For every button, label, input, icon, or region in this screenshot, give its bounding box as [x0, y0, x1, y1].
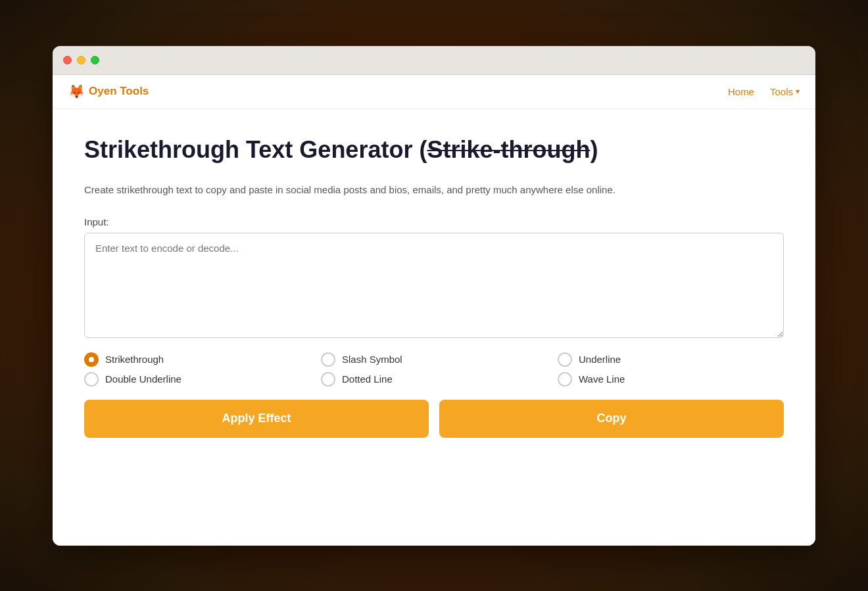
option-strikethrough[interactable]: Strikethrough: [84, 352, 310, 367]
apply-effect-button[interactable]: Apply Effect: [84, 400, 429, 438]
radio-underline[interactable]: [558, 352, 572, 367]
option-double-underline-label: Double Underline: [105, 373, 181, 385]
text-input[interactable]: [84, 233, 784, 338]
radio-double-underline[interactable]: [84, 372, 99, 387]
option-double-underline[interactable]: Double Underline: [84, 372, 310, 387]
option-slash-symbol[interactable]: Slash Symbol: [321, 352, 547, 367]
nav-links: Home Tools ▾: [728, 86, 800, 97]
title-close: ): [590, 136, 598, 163]
option-slash-symbol-label: Slash Symbol: [342, 354, 402, 365]
brand-icon: 🦊: [68, 83, 85, 99]
radio-slash-symbol[interactable]: [321, 352, 335, 367]
navbar: 🦊 Oyen Tools Home Tools ▾: [53, 75, 815, 109]
options-grid: Strikethrough Slash Symbol Underline Dou…: [84, 352, 784, 387]
option-underline[interactable]: Underline: [558, 352, 784, 367]
option-wave-line-label: Wave Line: [579, 373, 625, 385]
option-strikethrough-label: Strikethrough: [105, 354, 164, 365]
nav-tools[interactable]: Tools ▾: [770, 86, 800, 97]
minimize-button[interactable]: [77, 56, 85, 64]
close-button[interactable]: [63, 56, 72, 64]
traffic-lights: [63, 56, 99, 64]
brand-name: Oyen Tools: [89, 85, 149, 98]
option-underline-label: Underline: [579, 354, 621, 365]
input-label: Input:: [84, 216, 784, 227]
chevron-down-icon: ▾: [796, 87, 800, 96]
copy-button[interactable]: Copy: [439, 400, 784, 438]
app-window: 🦊 Oyen Tools Home Tools ▾ Strikethrough …: [53, 46, 815, 546]
titlebar: [53, 46, 815, 75]
radio-wave-line[interactable]: [558, 372, 572, 387]
nav-home[interactable]: Home: [728, 86, 754, 97]
page-title: Strikethrough Text Generator (Strike-thr…: [84, 135, 784, 164]
nav-tools-label: Tools: [770, 86, 793, 97]
page-description: Create strikethrough text to copy and pa…: [84, 182, 663, 198]
maximize-button[interactable]: [91, 56, 99, 64]
brand-logo[interactable]: 🦊 Oyen Tools: [68, 83, 728, 99]
action-buttons: Apply Effect Copy: [84, 400, 784, 438]
title-strikethrough: Strike-through: [427, 136, 590, 163]
option-wave-line[interactable]: Wave Line: [558, 372, 784, 387]
option-dotted-line[interactable]: Dotted Line: [321, 372, 547, 387]
radio-dotted-line[interactable]: [321, 372, 335, 387]
radio-strikethrough[interactable]: [84, 352, 99, 367]
option-dotted-line-label: Dotted Line: [342, 373, 393, 385]
title-plain: Strikethrough Text Generator (: [84, 136, 427, 163]
main-content: Strikethrough Text Generator (Strike-thr…: [53, 109, 815, 546]
